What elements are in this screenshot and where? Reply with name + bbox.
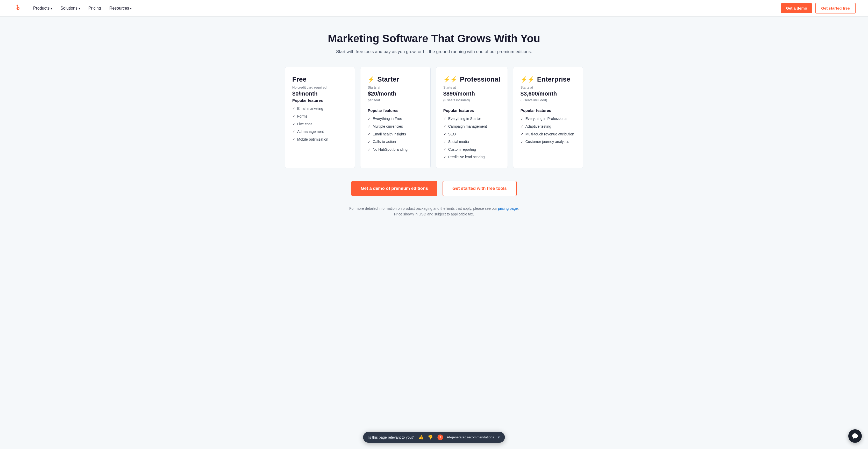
- plan-icon: ⚡: [368, 76, 375, 83]
- check-icon: ✓: [368, 139, 371, 144]
- feature-item: ✓ Customer journey analytics: [521, 139, 576, 145]
- check-icon: ✓: [292, 137, 295, 142]
- check-icon: ✓: [443, 132, 446, 137]
- pricing-card-starter: ⚡ Starter Starts at $20/month per seat P…: [360, 67, 430, 168]
- get-started-free-button[interactable]: Get started free: [815, 3, 856, 13]
- feature-item: ✓ Email health insights: [368, 132, 423, 137]
- feature-item: ✓ Calls-to-action: [368, 139, 423, 145]
- feedback-question: Is this page relevant to you?: [368, 435, 413, 440]
- check-icon: ✓: [521, 124, 523, 129]
- pricing-card-professional: ⚡⚡ Professional Starts at $890/month (3 …: [436, 67, 508, 168]
- check-icon: ✓: [292, 106, 295, 111]
- feature-item: ✓ Everything in Starter: [443, 116, 500, 122]
- navbar: Products Solutions Pricing Resources: [0, 0, 868, 17]
- plan-name: Free: [292, 75, 347, 84]
- get-demo-cta-button[interactable]: Get a demo of premium editions: [351, 181, 437, 196]
- features-title: Popular features: [521, 108, 576, 113]
- plan-name: ⚡⚡ Professional: [443, 75, 500, 84]
- check-icon: ✓: [443, 117, 446, 121]
- feature-item: ✓ Predictive lead scoring: [443, 155, 500, 160]
- nav-left: Products Solutions Pricing Resources: [12, 4, 135, 13]
- nav-links: Products Solutions Pricing Resources: [30, 4, 135, 13]
- check-icon: ✓: [443, 124, 446, 129]
- features-title: Popular features: [443, 108, 500, 113]
- plan-name: ⚡ Starter: [368, 75, 423, 84]
- feature-list: ✓ Everything in Professional ✓ Adaptive …: [521, 116, 576, 144]
- pricing-card-enterprise: ⚡⚡ Enterprise Starts at $3,600/month (5 …: [513, 67, 583, 168]
- nav-products[interactable]: Products: [30, 4, 55, 13]
- cta-section: Get a demo of premium editions Get start…: [285, 181, 583, 196]
- check-icon: ✓: [368, 124, 371, 129]
- feature-item: ✓ Everything in Professional: [521, 116, 576, 122]
- plan-price: $3,600/month: [521, 90, 576, 97]
- check-icon: ✓: [292, 114, 295, 119]
- plan-price-label: Starts at: [521, 86, 576, 89]
- check-icon: ✓: [521, 139, 523, 144]
- feedback-expand-button[interactable]: ▾: [498, 435, 500, 440]
- get-started-free-cta-button[interactable]: Get started with free tools: [442, 181, 517, 196]
- check-icon: ✓: [292, 129, 295, 134]
- feedback-icons: 👍 👎: [417, 434, 434, 440]
- pricing-card-free: Free No credit card required $0/month Po…: [285, 67, 355, 168]
- hubspot-logo[interactable]: [12, 4, 22, 13]
- nav-solutions[interactable]: Solutions: [57, 4, 83, 13]
- products-chevron-icon: [51, 6, 52, 11]
- plan-price: $20/month: [368, 90, 423, 97]
- plan-icon: ⚡⚡: [521, 76, 534, 83]
- nav-pricing[interactable]: Pricing: [85, 4, 104, 13]
- feature-item: ✓ Live chat: [292, 122, 347, 127]
- pricing-page-link[interactable]: pricing page: [498, 206, 518, 211]
- check-icon: ✓: [292, 122, 295, 127]
- feature-item: ✓ Social media: [443, 139, 500, 145]
- main-content: Marketing Software That Grows With You S…: [279, 17, 589, 238]
- feature-item: ✓ Mobile optimization: [292, 137, 347, 142]
- check-icon: ✓: [443, 155, 446, 160]
- pricing-grid: Free No credit card required $0/month Po…: [285, 67, 583, 168]
- feature-list: ✓ Email marketing ✓ Forms ✓ Live chat ✓ …: [292, 106, 347, 142]
- page-title: Marketing Software That Grows With You: [285, 32, 583, 45]
- features-title: Popular features: [292, 98, 347, 102]
- plan-per-seat: per seat: [368, 98, 423, 102]
- check-icon: ✓: [521, 132, 523, 137]
- thumbs-up-button[interactable]: 👍: [417, 434, 425, 440]
- feature-item: ✓ SEO: [443, 132, 500, 137]
- ai-badge: 3: [438, 435, 443, 440]
- check-icon: ✓: [368, 147, 371, 152]
- thumbs-down-button[interactable]: 👎: [427, 434, 434, 440]
- plan-per-seat: (3 seats included): [443, 98, 500, 102]
- ai-recommendations-label: AI-generated recommendations: [447, 435, 494, 439]
- feature-item: ✓ Email marketing: [292, 106, 347, 111]
- nav-right: Get a demo Get started free: [781, 3, 856, 13]
- feature-item: ✓ Forms: [292, 114, 347, 119]
- feature-list: ✓ Everything in Free ✓ Multiple currenci…: [368, 116, 423, 152]
- plan-price: $0/month: [292, 90, 347, 97]
- features-title: Popular features: [368, 108, 423, 113]
- feature-item: ✓ Custom reporting: [443, 147, 500, 152]
- plan-name: ⚡⚡ Enterprise: [521, 75, 576, 84]
- check-icon: ✓: [443, 139, 446, 144]
- chat-bubble-button[interactable]: [848, 429, 862, 443]
- feature-item: ✓ Multi-touch revenue attribution: [521, 132, 576, 137]
- feature-list: ✓ Everything in Starter ✓ Campaign manag…: [443, 116, 500, 160]
- feature-item: ✓ Everything in Free: [368, 116, 423, 122]
- solutions-chevron-icon: [79, 6, 80, 11]
- plan-price: $890/month: [443, 90, 500, 97]
- check-icon: ✓: [443, 147, 446, 152]
- plan-no-credit: No credit card required: [292, 86, 347, 89]
- feature-item: ✓ Ad management: [292, 129, 347, 134]
- feedback-bar: Is this page relevant to you? 👍 👎 3 AI-g…: [363, 431, 505, 443]
- feature-item: ✓ Campaign management: [443, 124, 500, 129]
- plan-price-label: Starts at: [443, 86, 500, 89]
- plan-icon: ⚡⚡: [443, 76, 457, 83]
- plan-price-label: Starts at: [368, 86, 423, 89]
- get-a-demo-button[interactable]: Get a demo: [781, 3, 812, 13]
- resources-chevron-icon: [130, 6, 132, 11]
- nav-resources[interactable]: Resources: [106, 4, 135, 13]
- feature-item: ✓ No HubSpot branding: [368, 147, 423, 152]
- plan-per-seat: (5 seats included): [521, 98, 576, 102]
- feature-item: ✓ Adaptive testing: [521, 124, 576, 129]
- feature-item: ✓ Multiple currencies: [368, 124, 423, 129]
- check-icon: ✓: [521, 117, 523, 121]
- check-icon: ✓: [368, 117, 371, 121]
- check-icon: ✓: [368, 132, 371, 137]
